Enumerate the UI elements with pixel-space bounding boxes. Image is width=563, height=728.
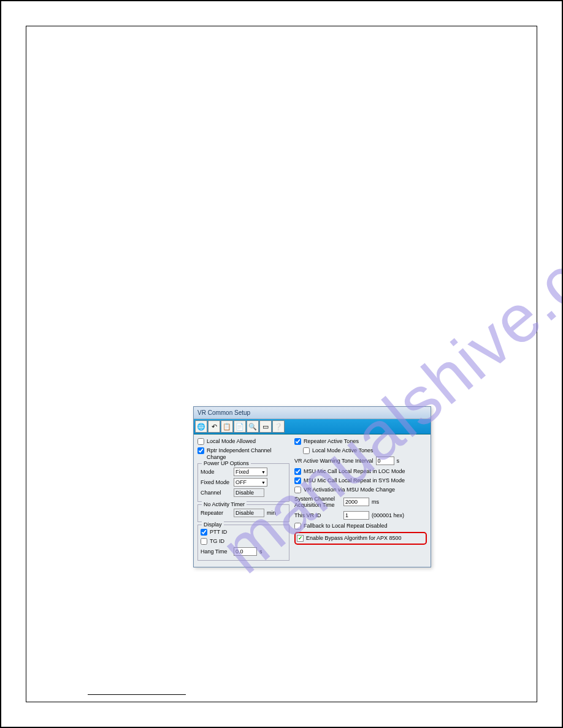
window-icon[interactable]: ▭ (259, 420, 272, 433)
help-icon[interactable]: ❔ (272, 420, 285, 433)
enable-bypass-label: Enable Bypass Algorithm for APX 8500 (306, 535, 402, 542)
right-column: Repeater Active Tones Local Mode Active … (294, 438, 427, 561)
this-vr-id-hex: (000001 hex) (372, 512, 404, 518)
msu-mic-loc-checkbox[interactable] (294, 468, 301, 475)
this-vr-id-field[interactable] (343, 511, 369, 520)
msu-mic-sys-row: MSU Mic Call Local Repeat in SYS Mode (294, 477, 427, 484)
local-mode-allowed-checkbox[interactable] (197, 438, 204, 445)
mode-select[interactable]: Fixed ▼ (234, 468, 267, 476)
vr-common-setup-dialog: VR Common Setup 🌐 ↶ 📋 📄 🔍 ▭ ❔ Local Mode (193, 406, 431, 567)
vr-active-warning-field[interactable] (376, 457, 394, 465)
hang-time-label: Hang Time (201, 548, 231, 555)
tg-id-row: TG ID (201, 538, 286, 545)
display-legend: Display (202, 521, 224, 528)
rptr-indep-checkbox[interactable] (197, 447, 204, 454)
repeater-unit: min (267, 510, 276, 516)
mode-row: Mode Fixed ▼ (201, 468, 286, 476)
repeater-active-tones-row: Repeater Active Tones (294, 438, 427, 445)
repeater-field (234, 509, 264, 517)
fixed-mode-row: Fixed Mode OFF ▼ (201, 478, 286, 487)
vr-active-warning-row: VR Active Warning Tone Interval s (294, 457, 427, 465)
no-activity-legend: No Activity Timer (202, 501, 247, 507)
hang-time-unit: s (259, 548, 262, 555)
tg-id-label: TG ID (210, 538, 224, 545)
tg-id-checkbox[interactable] (201, 538, 207, 545)
globe-icon[interactable]: 🌐 (195, 420, 207, 433)
channel-field (234, 488, 264, 497)
msu-mic-loc-row: MSU Mic Call Local Repeat in LOC Mode (294, 468, 427, 475)
footnote-separator (88, 694, 186, 695)
hang-time-field[interactable] (234, 547, 257, 556)
msu-mic-sys-label: MSU Mic Call Local Repeat in SYS Mode (304, 477, 405, 484)
rptr-indep-label: Rptr Independent Channel Change (207, 447, 289, 461)
fallback-row: Fallback to Local Repeat Disabled (294, 523, 427, 529)
sys-channel-unit: ms (372, 499, 379, 505)
this-vr-id-row: This VR ID (000001 hex) (294, 511, 427, 520)
sys-channel-row: System Channel Acquisition Time ms (294, 496, 427, 508)
vr-active-warning-unit: s (397, 458, 400, 464)
fixed-mode-value: OFF (236, 479, 247, 485)
sys-channel-field[interactable] (343, 498, 369, 506)
local-mode-active-tones-label: Local Mode Active Tones (312, 447, 373, 454)
ptt-id-row: PTT ID (201, 529, 286, 536)
msu-mic-sys-checkbox[interactable] (294, 477, 301, 484)
no-activity-group: No Activity Timer Repeater min (197, 504, 289, 522)
repeater-active-tones-checkbox[interactable] (294, 438, 301, 445)
dialog-body: Local Mode Allowed Rptr Independent Chan… (194, 434, 431, 567)
sys-channel-label: System Channel Acquisition Time (294, 496, 341, 508)
hang-time-row: Hang Time s (201, 547, 286, 556)
mode-label: Mode (201, 469, 231, 475)
msu-mic-loc-label: MSU Mic Call Local Repeat in LOC Mode (304, 468, 405, 475)
page: manualshive.com VR Common Setup 🌐 ↶ 📋 📄 … (0, 0, 563, 728)
paste-icon[interactable]: 📄 (234, 420, 246, 433)
enable-bypass-row: ✓ Enable Bypass Algorithm for APX 8500 (297, 535, 424, 542)
dialog-titlebar: VR Common Setup (194, 407, 431, 419)
copy-icon[interactable]: 📋 (221, 420, 233, 433)
ptt-id-checkbox[interactable] (201, 529, 207, 536)
fallback-label: Fallback to Local Repeat Disabled (304, 523, 388, 529)
vr-active-warning-label: VR Active Warning Tone Interval (294, 458, 373, 464)
left-column: Local Mode Allowed Rptr Independent Chan… (197, 438, 289, 561)
dialog-title: VR Common Setup (197, 409, 250, 416)
mode-value: Fixed (236, 469, 249, 475)
local-mode-allowed-label: Local Mode Allowed (207, 438, 256, 445)
fixed-mode-select[interactable]: OFF ▼ (234, 478, 267, 487)
vr-activation-label: VR Activation via MSU Mode Change (304, 487, 395, 493)
enable-bypass-checkbox[interactable]: ✓ (297, 535, 304, 542)
rptr-indep-row: Rptr Independent Channel Change (197, 447, 289, 461)
local-mode-active-tones-row: Local Mode Active Tones (303, 447, 427, 454)
power-up-group: Power UP Options Mode Fixed ▼ Fixed Mode (197, 463, 289, 502)
channel-label: Channel (201, 490, 231, 496)
repeater-active-tones-label: Repeater Active Tones (304, 438, 359, 445)
vr-activation-checkbox[interactable] (294, 487, 301, 493)
page-inner: manualshive.com VR Common Setup 🌐 ↶ 📋 📄 … (26, 26, 537, 702)
ptt-id-label: PTT ID (210, 529, 227, 536)
local-mode-active-tones-checkbox[interactable] (303, 447, 310, 454)
fallback-checkbox[interactable] (294, 523, 301, 529)
this-vr-id-label: This VR ID (294, 512, 341, 518)
display-group: Display PTT ID TG ID Hang Time s (197, 525, 289, 561)
fixed-mode-label: Fixed Mode (201, 479, 231, 485)
channel-row: Channel (201, 488, 286, 497)
power-up-legend: Power UP Options (202, 460, 251, 466)
enable-bypass-highlight: ✓ Enable Bypass Algorithm for APX 8500 (294, 532, 427, 545)
repeater-row: Repeater min (201, 509, 286, 517)
repeater-label: Repeater (201, 510, 231, 516)
chevron-down-icon: ▼ (261, 470, 266, 474)
undo-icon[interactable]: ↶ (208, 420, 220, 433)
local-mode-allowed-row: Local Mode Allowed (197, 438, 289, 445)
vr-activation-row: VR Activation via MSU Mode Change (294, 487, 427, 493)
zoom-icon[interactable]: 🔍 (247, 420, 259, 433)
chevron-down-icon: ▼ (261, 480, 266, 485)
dialog-toolbar: 🌐 ↶ 📋 📄 🔍 ▭ ❔ (194, 419, 431, 434)
